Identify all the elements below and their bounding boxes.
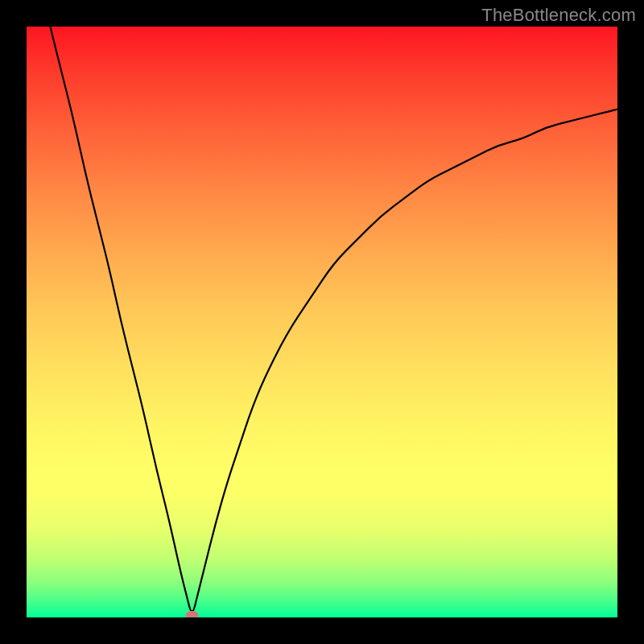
chart-frame: TheBottleneck.com — [0, 0, 644, 644]
minimum-marker — [186, 611, 199, 617]
plot-area — [27, 27, 617, 617]
bottleneck-curve — [27, 27, 617, 617]
watermark-text: TheBottleneck.com — [481, 5, 636, 26]
